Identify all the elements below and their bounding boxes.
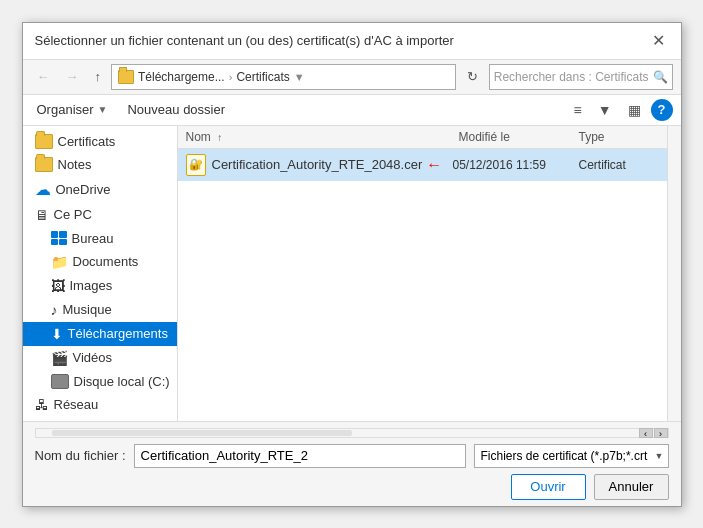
file-date: 05/12/2016 11:59	[453, 158, 573, 172]
organiser-label: Organiser	[37, 102, 94, 117]
sidebar-item-bureau[interactable]: Bureau	[23, 227, 177, 250]
breadcrumb-bar[interactable]: Téléchargeme... › Certificats ▼	[111, 64, 456, 90]
breadcrumb-chevron: ▼	[294, 71, 305, 83]
file-open-dialog: Sélectionner un fichier contenant un (ou…	[22, 22, 682, 507]
sidebar-item-label: Images	[70, 278, 113, 293]
main-content: Certificats Notes ☁ OneDrive 🖥 Ce PC Bur…	[23, 126, 681, 421]
vertical-scrollbar[interactable]	[667, 126, 681, 421]
sidebar-item-label: Réseau	[54, 397, 99, 412]
search-placeholder: Rechercher dans : Certificats	[494, 70, 649, 84]
onedrive-icon: ☁	[35, 180, 51, 199]
sidebar-item-musique[interactable]: ♪ Musique	[23, 298, 177, 322]
close-button[interactable]: ✕	[649, 31, 669, 51]
filename-row: Nom du fichier : Fichiers de certificat …	[35, 444, 669, 468]
sidebar-item-notes[interactable]: Notes	[23, 153, 177, 176]
filename-input[interactable]	[134, 444, 466, 468]
organiser-button[interactable]: Organiser ▼	[31, 99, 114, 120]
sidebar: Certificats Notes ☁ OneDrive 🖥 Ce PC Bur…	[23, 126, 178, 421]
view-list-button[interactable]: ≡	[567, 99, 587, 121]
scroll-left-btn[interactable]: ‹	[639, 428, 653, 438]
folder-icon	[35, 134, 53, 149]
filename-label: Nom du fichier :	[35, 448, 126, 463]
col-type-header[interactable]: Type	[579, 130, 659, 144]
back-button[interactable]: ←	[31, 66, 56, 87]
network-icon: 🖧	[35, 397, 49, 413]
sidebar-item-label: Disque local (C:)	[74, 374, 170, 389]
folder-icon	[35, 157, 53, 172]
sidebar-item-label: Vidéos	[73, 350, 113, 365]
sidebar-item-reseau[interactable]: 🖧 Réseau	[23, 393, 177, 417]
sidebar-item-documents[interactable]: 📁 Documents	[23, 250, 177, 274]
open-button[interactable]: Ouvrir	[511, 474, 586, 500]
sidebar-item-label: Documents	[73, 254, 139, 269]
search-icon: 🔍	[653, 70, 668, 84]
refresh-button[interactable]: ↻	[460, 66, 485, 87]
disk-icon	[51, 374, 69, 389]
sidebar-item-telechargements[interactable]: ⬇ Téléchargements	[23, 322, 177, 346]
sidebar-item-onedrive[interactable]: ☁ OneDrive	[23, 176, 177, 203]
col-name-label: Nom	[186, 130, 211, 144]
cancel-button[interactable]: Annuler	[594, 474, 669, 500]
col-name-header[interactable]: Nom ↑	[186, 130, 459, 144]
forward-button[interactable]: →	[60, 66, 85, 87]
file-row[interactable]: Certification_Autority_RTE_2048.cer ← 05…	[178, 149, 667, 181]
dialog-title: Sélectionner un fichier contenant un (ou…	[35, 33, 454, 48]
file-list: Nom ↑ Modifié le Type Certification_Auto…	[178, 126, 667, 421]
sidebar-item-label: Musique	[63, 302, 112, 317]
sidebar-item-label: Ce PC	[54, 207, 92, 222]
cert-file-icon	[186, 154, 206, 176]
sidebar-item-label: Bureau	[72, 231, 114, 246]
action-row: Ouvrir Annuler	[35, 474, 669, 500]
documents-icon: 📁	[51, 254, 68, 270]
music-icon: ♪	[51, 302, 58, 318]
col-date-header[interactable]: Modifié le	[459, 130, 579, 144]
sidebar-item-cepc[interactable]: 🖥 Ce PC	[23, 203, 177, 227]
action-bar: Organiser ▼ Nouveau dossier ≡ ▼ ▦ ?	[23, 95, 681, 126]
folder-icon	[118, 70, 134, 84]
sidebar-item-images[interactable]: 🖼 Images	[23, 274, 177, 298]
bottom-bar: ‹ › Nom du fichier : Fichiers de certifi…	[23, 421, 681, 506]
up-button[interactable]: ↑	[89, 66, 108, 87]
view-large-button[interactable]: ▦	[622, 99, 647, 121]
search-box[interactable]: Rechercher dans : Certificats 🔍	[489, 64, 673, 90]
sidebar-item-label: Téléchargements	[68, 326, 168, 341]
sidebar-item-disque[interactable]: Disque local (C:)	[23, 370, 177, 393]
sidebar-item-certificats[interactable]: Certificats	[23, 130, 177, 153]
bureau-icon	[51, 231, 67, 245]
video-icon: 🎬	[51, 350, 68, 366]
images-icon: 🖼	[51, 278, 65, 294]
breadcrumb-current: Certificats	[236, 70, 289, 84]
breadcrumb-parent: Téléchargeme...	[138, 70, 225, 84]
view-dropdown-button[interactable]: ▼	[592, 99, 618, 121]
sidebar-item-label: Certificats	[58, 134, 116, 149]
sidebar-item-label: Notes	[58, 157, 92, 172]
view-controls: ≡ ▼ ▦ ?	[567, 99, 672, 121]
nav-toolbar: ← → ↑ Téléchargeme... › Certificats ▼ ↻ …	[23, 60, 681, 95]
filetype-dropdown-wrap: Fichiers de certificat (*.p7b;*.crt	[474, 444, 669, 468]
file-type: Certificat	[579, 158, 659, 172]
horizontal-scrollbar[interactable]	[52, 430, 352, 436]
file-name-text: Certification_Autority_RTE_2048.cer	[212, 157, 423, 172]
scroll-right-btn[interactable]: ›	[654, 428, 668, 438]
nouveau-dossier-button[interactable]: Nouveau dossier	[121, 99, 231, 120]
organiser-chevron: ▼	[98, 104, 108, 115]
nouveau-dossier-label: Nouveau dossier	[127, 102, 225, 117]
title-bar: Sélectionner un fichier contenant un (ou…	[23, 23, 681, 60]
sort-arrow: ↑	[217, 132, 222, 143]
breadcrumb-separator: ›	[229, 71, 233, 83]
computer-icon: 🖥	[35, 207, 49, 223]
file-list-header: Nom ↑ Modifié le Type	[178, 126, 667, 149]
red-arrow-indicator: ←	[426, 156, 442, 174]
help-button[interactable]: ?	[651, 99, 673, 121]
filetype-dropdown[interactable]: Fichiers de certificat (*.p7b;*.crt	[474, 444, 669, 468]
sidebar-item-label: OneDrive	[56, 182, 111, 197]
download-icon: ⬇	[51, 326, 63, 342]
sidebar-item-videos[interactable]: 🎬 Vidéos	[23, 346, 177, 370]
file-name: Certification_Autority_RTE_2048.cer ←	[212, 156, 447, 174]
